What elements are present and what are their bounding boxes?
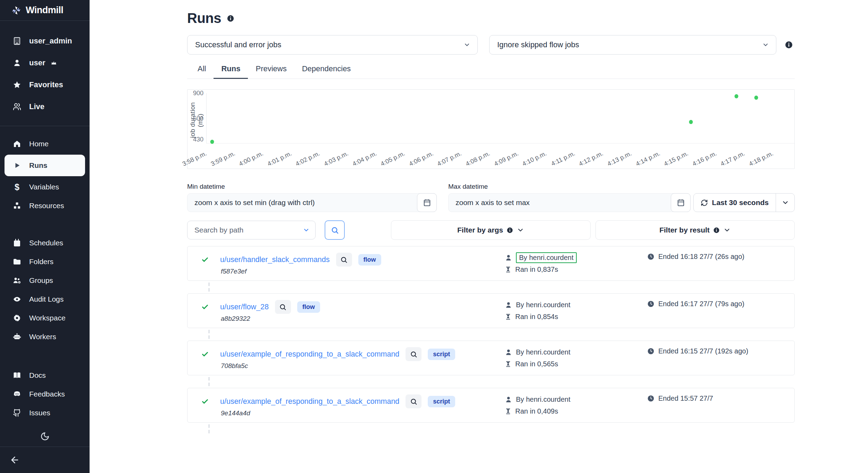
chart-data-point — [210, 140, 214, 144]
x-axis-tick-label: 4:18 p.m. — [725, 150, 775, 179]
sidebar-item-groups[interactable]: Groups — [0, 271, 90, 290]
x-axis-tick-label: 4:07 p.m. — [413, 150, 463, 179]
x-axis-tick-label: 4:08 p.m. — [441, 150, 491, 179]
sidebar-item-schedules[interactable]: Schedules — [0, 234, 90, 252]
max-datetime-input[interactable]: zoom x axis to set max — [448, 193, 691, 212]
run-inspect-button[interactable] — [406, 347, 422, 361]
tab-all[interactable]: All — [190, 62, 214, 79]
run-inspect-button[interactable] — [275, 300, 291, 314]
min-datetime-input[interactable]: zoom x axis to set min (drag with ctrl) — [187, 193, 437, 212]
run-author[interactable]: By henri.courdent — [516, 301, 570, 309]
job-status-select[interactable]: Successful and error jobs — [187, 35, 478, 55]
x-axis-tick-label: 4:09 p.m. — [469, 150, 519, 179]
search-icon — [331, 226, 339, 234]
folder-icon — [12, 258, 22, 266]
sidebar-item-docs[interactable]: Docs — [0, 366, 90, 385]
search-by-path-select[interactable]: Search by path — [187, 221, 316, 239]
sidebar-item-audit-logs[interactable]: Audit Logs — [0, 290, 90, 309]
x-axis-tick-label: 4:01 p.m. — [243, 150, 293, 179]
run-inspect-button[interactable] — [336, 253, 352, 267]
sidebar-item-resources[interactable]: Resources — [0, 196, 90, 215]
run-kind-badge: script — [428, 396, 455, 407]
timeline-connector — [187, 328, 795, 341]
dollar-icon: $ — [12, 182, 22, 192]
sidebar-item-feedbacks[interactable]: Feedbacks — [0, 385, 90, 403]
dark-mode-toggle[interactable] — [40, 432, 50, 441]
search-icon — [279, 303, 286, 311]
brand[interactable]: Windmill — [0, 0, 90, 21]
run-author[interactable]: By henri.courdent — [516, 395, 570, 403]
chart-data-point — [754, 96, 758, 100]
favorites-label: Favorites — [29, 80, 63, 89]
clock-icon — [647, 348, 654, 355]
gear-icon — [12, 314, 22, 322]
tab-dependencies[interactable]: Dependencies — [294, 62, 359, 79]
sidebar-item-issues[interactable]: Issues — [0, 403, 90, 422]
chart-plot-area[interactable] — [206, 93, 784, 143]
tab-runs[interactable]: Runs — [214, 62, 248, 79]
refresh-interval-button[interactable]: Last 30 seconds — [693, 193, 795, 212]
job-duration-chart[interactable]: job duration (ms) 900 600 430 3:58 p.m.3… — [187, 89, 795, 169]
max-datetime-calendar-button[interactable] — [671, 193, 691, 212]
run-row[interactable]: u/user/example_of_responding_to_a_slack_… — [187, 341, 795, 375]
sidebar-item-favorites[interactable]: Favorites — [0, 74, 90, 96]
sidebar-item-workspace-switcher[interactable]: user_admin — [0, 30, 90, 52]
filter-by-args-button[interactable]: Filter by args — [391, 220, 591, 240]
sidebar-item-user[interactable]: user — [0, 52, 90, 74]
x-axis-tick-label: 4:05 p.m. — [356, 150, 406, 179]
x-axis-tick-label: 4:03 p.m. — [300, 150, 350, 179]
run-ended: Ended 16:18 27/7 (26s ago) — [658, 253, 744, 261]
success-check-icon — [201, 256, 209, 263]
refresh-interval-dropdown[interactable] — [776, 194, 794, 212]
hourglass-icon — [505, 313, 511, 320]
filters-info-icon[interactable] — [785, 41, 793, 49]
sidebar-item-variables[interactable]: $ Variables — [0, 178, 90, 196]
hourglass-icon — [505, 361, 511, 367]
person-icon — [505, 349, 512, 356]
users-icon — [12, 103, 22, 111]
run-author[interactable]: By henri.courdent — [516, 348, 570, 356]
run-path-link[interactable]: u/user/handler_slack_commands — [220, 255, 330, 264]
clock-icon — [647, 253, 654, 260]
sidebar-item-runs[interactable]: Runs — [5, 155, 85, 176]
title-info-icon[interactable] — [227, 15, 234, 22]
x-axis-tick-label: 4:10 p.m. — [498, 150, 548, 179]
max-datetime-label: Max datetime — [448, 183, 691, 190]
sidebar-item-workspace-settings[interactable]: Workspace — [0, 309, 90, 327]
run-path-link[interactable]: u/user/example_of_responding_to_a_slack_… — [220, 397, 399, 406]
run-ended: Ended 15:57 27/7 — [658, 394, 713, 402]
run-path-link[interactable]: u/user/flow_28 — [220, 303, 269, 311]
x-axis-tick-label: 4:16 p.m. — [668, 150, 718, 179]
live-label: Live — [29, 102, 44, 111]
sidebar-collapse-button[interactable] — [0, 447, 90, 473]
tab-previews[interactable]: Previews — [248, 62, 294, 79]
skipped-flow-select[interactable]: Ignore skipped flow jobs — [489, 35, 776, 55]
search-icon — [410, 398, 417, 405]
run-kind-badge: script — [428, 349, 455, 360]
timeline-connector — [187, 375, 795, 388]
groups-icon — [12, 276, 22, 285]
main-panel: Runs Successful and error jobs Ignore sk… — [90, 0, 868, 473]
sidebar-item-live[interactable]: Live — [0, 96, 90, 117]
run-inspect-button[interactable] — [406, 394, 422, 408]
run-kind-badge: flow — [297, 301, 320, 313]
success-check-icon — [201, 351, 209, 358]
chevron-down-icon — [723, 226, 731, 234]
run-path-link[interactable]: u/user/example_of_responding_to_a_slack_… — [220, 350, 399, 359]
chart-data-point — [689, 120, 693, 124]
search-button[interactable] — [325, 220, 345, 240]
sidebar-item-workers[interactable]: Workers — [0, 327, 90, 346]
min-datetime-label: Min datetime — [187, 183, 437, 190]
windmill-logo-icon — [11, 5, 22, 16]
search-icon — [410, 351, 417, 358]
run-author[interactable]: By henri.courdent — [516, 252, 577, 263]
book-icon — [12, 371, 22, 380]
min-datetime-calendar-button[interactable] — [417, 193, 437, 212]
sidebar-item-home[interactable]: Home — [0, 134, 90, 153]
filter-by-result-button[interactable]: Filter by result — [595, 220, 795, 240]
run-row[interactable]: u/user/example_of_responding_to_a_slack_… — [187, 388, 795, 423]
run-row[interactable]: u/user/handler_slack_commands flow f587e… — [187, 246, 795, 281]
sidebar-item-folders[interactable]: Folders — [0, 252, 90, 271]
run-duration: Ran in 0,565s — [515, 360, 558, 368]
run-row[interactable]: u/user/flow_28 flow a8b29322 By henri — [187, 293, 795, 328]
